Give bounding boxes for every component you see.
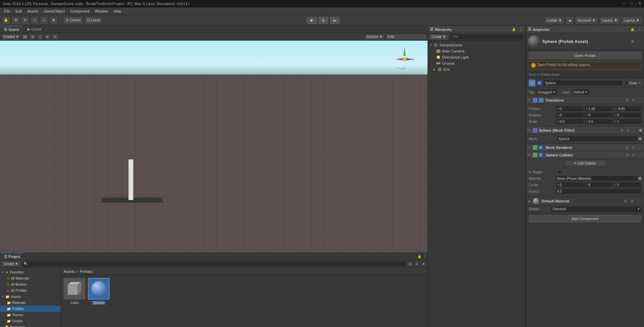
project-prefabs[interactable]: 📁 Prefabs [0,306,61,312]
tab-scene[interactable]: ☰ Scene [0,26,23,33]
radius-field[interactable]: 0.5 [556,189,641,194]
step-button[interactable]: ⏭ [329,16,340,24]
project-all-prefabs[interactable]: ⊙ All Prefabs [0,287,61,293]
close-btn[interactable]: ✕ [638,1,641,6]
hierarchy-ground[interactable]: Ground [428,60,525,66]
extra-btn[interactable]: ≡ [52,34,58,40]
rot-y-field[interactable]: Y 0 [584,112,613,118]
project-all-materials[interactable]: ⊙ All Materials [0,275,61,281]
pause-button[interactable]: ⏸ [318,16,329,24]
mesh-filter-header[interactable]: ▼ Sphere (Mesh Filter) ⊞ ⚙ ⋮ [526,127,644,134]
sphere-active-checkbox[interactable]: ✓ [537,81,542,85]
breadcrumb-assets[interactable]: Assets [64,269,75,274]
material-row[interactable]: ▶ Default-Material ⊞ ⚙ ⋮ [526,196,644,206]
scene-viewport[interactable]: X Y < Persp [0,41,428,253]
maximize-btn[interactable]: □ [630,1,633,6]
pos-y-field[interactable]: Y 1.36 [584,106,613,111]
mesh-select-dot[interactable] [639,137,641,140]
static-checkbox[interactable] [624,81,628,85]
play-button[interactable]: ▶ [306,16,317,24]
center-y-field[interactable]: Y 0 [584,182,613,188]
hierarchy-main-camera[interactable]: Main Camera [428,48,525,54]
project-create-btn[interactable]: Create ▼ [1,261,21,267]
minimize-btn[interactable]: ─ [623,1,625,6]
meshfilter-lock-icon[interactable]: ⚙ [626,128,630,133]
inspector-more-icon[interactable]: ⋮ [637,39,642,44]
collider-lock-icon[interactable]: ⚙ [631,153,636,157]
material-physic-field[interactable]: None (Physic Material) [556,176,637,181]
hierarchy-menu-btn[interactable]: ⋮ [518,27,523,32]
inspector-settings-icon[interactable]: ⚙ [630,39,635,44]
meshrenderer-more-icon[interactable]: ⋮ [637,145,642,150]
meshrenderer-lock-icon[interactable]: ⚙ [631,145,636,150]
effects-btn[interactable]: ✦ [44,34,50,40]
pos-z-field[interactable]: Z -8.65 [613,106,641,111]
static-dropdown-arrow[interactable]: ▼ [638,81,641,85]
inspector-lock-btn[interactable]: 🔒 [630,27,635,32]
pos-x-field[interactable]: X 0 [556,106,584,111]
project-packages[interactable]: ▶ 📦 Packages [0,324,61,327]
project-scenes[interactable]: 📁 Scenes [0,312,61,318]
menu-edit[interactable]: Edit [13,8,25,14]
asset-sphere[interactable]: Sphere [88,278,110,305]
project-favorites[interactable]: ▼ ★ Favorites [0,269,61,275]
transform-settings-icon[interactable]: ⊞ [625,98,630,103]
menu-gameobject[interactable]: GameObject [41,8,68,14]
scale-x-field[interactable]: X 0.5 [556,119,584,124]
transform-component-header[interactable]: ▼ Transform ⊞ ⚙ ⋮ [526,96,644,104]
rot-x-field[interactable]: X 0 [556,112,584,118]
project-lock-btn[interactable]: 🔒 [417,254,422,259]
collider-more-icon[interactable]: ⋮ [637,153,642,157]
mesh-value-field[interactable]: Sphere [557,136,637,141]
material-more-icon[interactable]: ⋮ [637,199,641,203]
add-component-btn[interactable]: Add Component [529,215,641,222]
tab-project[interactable]: ☰ Project [0,253,24,260]
center-z-field[interactable]: Z 0 [613,182,641,188]
tool-custom[interactable]: ⊕ [49,16,58,24]
rot-z-field[interactable]: Z 0 [613,112,641,118]
hierarchy-lock-btn[interactable]: 🔒 [511,27,516,32]
material-physic-dot[interactable] [639,177,641,180]
mesh-renderer-header[interactable]: ▼ ✓ Mesh Renderer ⊞ ⚙ ⋮ [526,144,644,151]
collider-settings-icon[interactable]: ⊞ [625,153,630,157]
edit-collider-btn[interactable]: ✏ Edit Collider [565,160,605,166]
layers-btn[interactable]: Layers ▼ [599,17,620,24]
pivot-center[interactable]: ⊙ Center [63,17,83,24]
2d-toggle[interactable]: 2D [22,34,28,40]
menu-assets[interactable]: Assets [25,8,41,14]
hierarchy-samplescene[interactable]: ▼ SampleScene [428,42,525,48]
meshfilter-settings-icon[interactable]: ⊞ [620,128,624,133]
layout-btn[interactable]: Layout ▼ [621,17,642,24]
tool-hand[interactable]: ✋ [2,16,10,24]
transform-lock-icon[interactable]: ⚙ [631,98,636,103]
project-scripts[interactable]: 📁 Scripts [0,318,61,324]
collab-btn[interactable]: Collab ▼ [544,17,564,24]
gizmos-dropdown[interactable]: Gizmos ▼ [365,34,384,40]
sphere-name-field[interactable]: Sphere [544,80,622,86]
project-view-btn[interactable]: ⊞ [407,261,413,267]
tool-rect[interactable]: ▭ [40,16,48,24]
menu-component[interactable]: Component [67,8,92,14]
cloud-btn[interactable]: ☁ [566,16,574,24]
meshfilter-dot[interactable] [639,129,642,132]
lighting-btn[interactable]: ☀ [29,34,36,40]
project-all-models[interactable]: ⊙ All Models [0,281,61,287]
tool-rotate[interactable]: ↻ [21,16,29,24]
menu-file[interactable]: File [1,8,13,14]
search-all[interactable]: ☰All [386,34,426,40]
scale-z-field[interactable]: Z 1 [613,119,641,124]
project-search-bar[interactable]: 🔍 [22,261,406,267]
shading-dropdown[interactable]: Shaded ▼ [1,34,21,40]
hierarchy-env[interactable]: ▶ Env [428,66,525,72]
audio-btn[interactable]: ♪ [37,34,43,40]
hierarchy-directional-light[interactable]: Directional Light [428,54,525,60]
transform-more-icon[interactable]: ⋮ [637,98,642,103]
meshrenderer-checkbox[interactable]: ✓ [539,146,543,150]
shader-dropdown[interactable]: Standard ▼ [551,206,641,212]
material-lock-icon[interactable]: ⚙ [630,199,635,203]
meshfilter-more-icon[interactable]: ⋮ [632,128,637,133]
menu-help[interactable]: Help [111,8,124,14]
center-x-field[interactable]: X 0 [556,182,584,188]
breadcrumb-prefabs[interactable]: Prefabs [80,269,93,274]
meshrenderer-settings-icon[interactable]: ⊞ [625,145,630,150]
